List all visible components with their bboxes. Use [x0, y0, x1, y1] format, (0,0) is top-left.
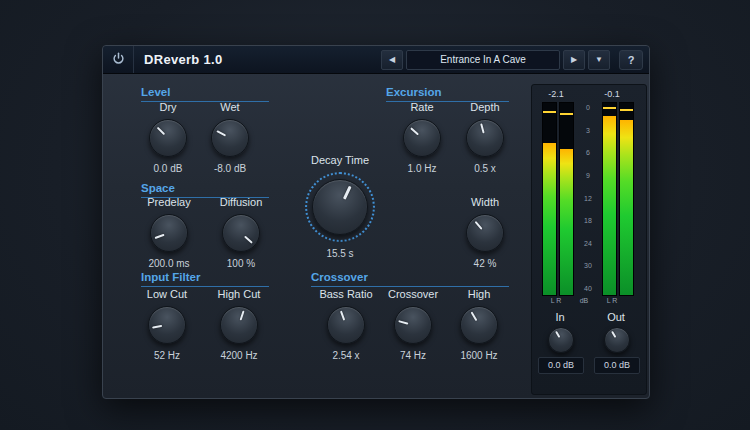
out-gain-knob[interactable] [604, 327, 630, 353]
high-value: 1600 Hz [447, 350, 511, 361]
wet-label: Wet [198, 101, 262, 113]
high-cut-label: High Cut [207, 288, 271, 300]
depth-knob-group: Depth 0.5 x [453, 101, 517, 174]
section-header-level: Level [141, 86, 269, 102]
decay-time-knob[interactable] [312, 179, 368, 235]
crossover-knob-group: Crossover 74 Hz [381, 288, 445, 361]
section-header-excursion: Excursion [386, 86, 509, 102]
chevron-down-icon: ▼ [595, 55, 603, 64]
low-cut-knob-group: Low Cut 52 Hz [135, 288, 199, 361]
high-cut-knob-group: High Cut 4200 Hz [207, 288, 271, 361]
crossover-value: 74 Hz [381, 350, 445, 361]
out-peak-readout: -0.1 [590, 89, 634, 99]
plugin-window: DReverb 1.0 ◀ Entrance In A Cave ▶ ▼ ? L… [102, 45, 650, 399]
depth-knob[interactable] [466, 119, 504, 157]
wet-knob-group: Wet -8.0 dB [198, 101, 262, 174]
high-cut-value: 4200 Hz [207, 350, 271, 361]
preset-dropdown-button[interactable]: ▼ [588, 50, 610, 70]
meter-bar-out-right [619, 102, 634, 296]
in-gain-label: In [538, 311, 582, 323]
in-gain-knob[interactable] [548, 327, 574, 353]
meter-bar-in-left [542, 102, 557, 296]
out-lr-label: L R [598, 297, 626, 304]
width-knob[interactable] [466, 214, 504, 252]
preset-selector[interactable]: Entrance In A Cave [406, 50, 560, 70]
rate-label: Rate [390, 101, 454, 113]
power-icon [112, 51, 125, 69]
bass-ratio-label: Bass Ratio [314, 288, 378, 300]
predelay-knob-group: Predelay 200.0 ms [137, 196, 201, 269]
rate-knob[interactable] [403, 119, 441, 157]
predelay-value: 200.0 ms [137, 258, 201, 269]
out-gain-value: 0.0 dB [594, 357, 640, 374]
diffusion-value: 100 % [209, 258, 273, 269]
diffusion-knob-group: Diffusion 100 % [209, 196, 273, 269]
db-label: dB [572, 297, 596, 304]
section-header-crossover: Crossover [311, 271, 509, 287]
decay-time-knob-group: Decay Time 15.5 s [290, 154, 390, 259]
dry-label: Dry [136, 101, 200, 113]
decay-time-label: Decay Time [290, 154, 390, 166]
diffusion-label: Diffusion [209, 196, 273, 208]
crossover-knob[interactable] [394, 306, 432, 344]
low-cut-value: 52 Hz [135, 350, 199, 361]
dry-knob[interactable] [149, 119, 187, 157]
high-knob[interactable] [460, 306, 498, 344]
depth-label: Depth [453, 101, 517, 113]
bass-ratio-value: 2.54 x [314, 350, 378, 361]
depth-value: 0.5 x [453, 163, 517, 174]
dry-value: 0.0 dB [136, 163, 200, 174]
wet-knob[interactable] [211, 119, 249, 157]
predelay-label: Predelay [137, 196, 201, 208]
in-lr-label: L R [542, 297, 570, 304]
decay-time-ring [305, 172, 375, 242]
meter-bars: 0 3 6 9 12 18 24 30 40 [542, 102, 634, 296]
next-arrow-icon: ▶ [571, 55, 577, 64]
power-button[interactable] [103, 46, 134, 73]
decay-time-value: 15.5 s [290, 248, 390, 259]
preset-next-button[interactable]: ▶ [563, 50, 585, 70]
predelay-knob[interactable] [150, 214, 188, 252]
dry-knob-group: Dry 0.0 dB [136, 101, 200, 174]
meter-panel: -2.1 -0.1 0 3 6 9 12 18 24 [531, 84, 647, 395]
width-label: Width [453, 196, 517, 208]
in-gain-value: 0.0 dB [538, 357, 584, 374]
high-label: High [447, 288, 511, 300]
wet-value: -8.0 dB [198, 163, 262, 174]
preset-prev-button[interactable]: ◀ [381, 50, 403, 70]
out-gain-label: Out [594, 311, 638, 323]
high-knob-group: High 1600 Hz [447, 288, 511, 361]
prev-arrow-icon: ◀ [389, 55, 395, 64]
crossover-label: Crossover [381, 288, 445, 300]
plugin-title: DReverb 1.0 [144, 52, 222, 67]
meter-scale: 0 3 6 9 12 18 24 30 40 [576, 102, 600, 294]
low-cut-label: Low Cut [135, 288, 199, 300]
bass-ratio-knob-group: Bass Ratio 2.54 x [314, 288, 378, 361]
help-button[interactable]: ? [619, 50, 643, 70]
meter-bar-in-right [559, 102, 574, 296]
title-bar: DReverb 1.0 ◀ Entrance In A Cave ▶ ▼ ? [103, 46, 649, 74]
high-cut-knob[interactable] [220, 306, 258, 344]
bass-ratio-knob[interactable] [327, 306, 365, 344]
meter-bar-out-left [602, 102, 617, 296]
meter-footer: L R dB L R [542, 297, 626, 304]
in-peak-readout: -2.1 [534, 89, 578, 99]
width-knob-group: Width 42 % [453, 196, 517, 269]
rate-value: 1.0 Hz [390, 163, 454, 174]
desktop-background: DReverb 1.0 ◀ Entrance In A Cave ▶ ▼ ? L… [0, 0, 750, 430]
width-value: 42 % [453, 258, 517, 269]
diffusion-knob[interactable] [222, 214, 260, 252]
rate-knob-group: Rate 1.0 Hz [390, 101, 454, 174]
preset-cluster: ◀ Entrance In A Cave ▶ ▼ ? [381, 50, 643, 70]
low-cut-knob[interactable] [148, 306, 186, 344]
section-header-input-filter: Input Filter [141, 271, 269, 287]
